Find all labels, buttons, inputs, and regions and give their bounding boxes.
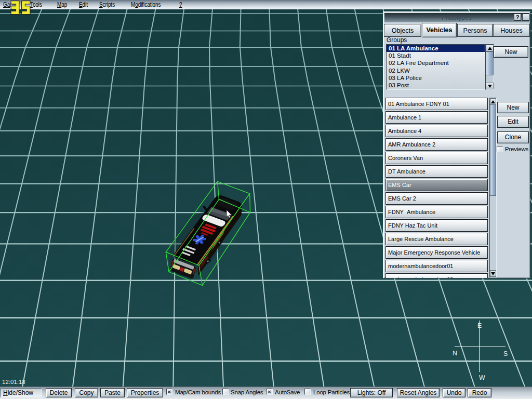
svg-text:S: S: [503, 350, 508, 357]
svg-text:N: N: [453, 350, 457, 357]
svg-text:E: E: [477, 322, 482, 329]
svg-text:W: W: [479, 374, 485, 381]
